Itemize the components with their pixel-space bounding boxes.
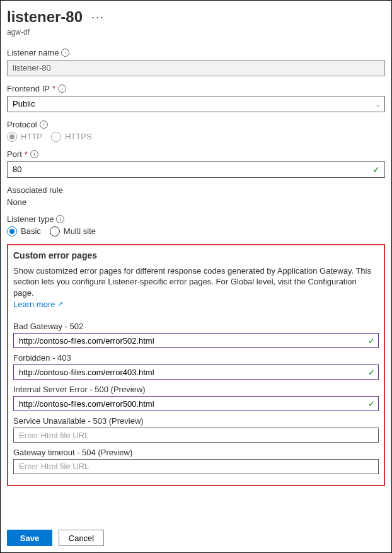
protocol-radio-http: HTTP [7,132,42,142]
protocol-label: Protocol [7,120,37,129]
info-icon[interactable]: i [30,150,38,158]
associated-rule-label: Associated rule [7,185,63,195]
info-icon[interactable]: i [61,49,69,57]
protocol-radio-https: HTTPS [51,132,92,142]
error-504-label: Gateway timeout - 504 (Preview) [13,448,379,457]
page-title: listener-80 [7,8,83,26]
error-502-label: Bad Gateway - 502 [13,322,379,331]
page-subtitle: agw-df [7,28,385,37]
error-403-input[interactable] [13,364,379,380]
learn-more-link[interactable]: Learn more ↗ [13,300,63,309]
info-icon[interactable]: i [58,84,66,93]
page-root: listener-80 ··· agw-df Listener name i F… [0,0,392,553]
error-503-label: Service Unavailable - 503 (Preview) [13,416,379,426]
listener-type-label: Listener type [7,214,54,224]
info-icon[interactable]: i [40,120,48,129]
port-input[interactable] [7,161,385,178]
custom-error-pages-section: Custom error pages Show customized error… [7,244,385,486]
cancel-button[interactable]: Cancel [59,530,104,546]
listener-type-radio-multi[interactable]: Multi site [50,226,96,236]
error-502-input[interactable] [13,333,379,348]
error-500-input[interactable] [13,396,379,411]
error-500-label: Internal Server Error - 500 (Preview) [13,385,379,394]
error-403-label: Forbidden - 403 [13,353,379,363]
custom-error-title: Custom error pages [13,250,379,260]
associated-rule-value: None [7,197,385,207]
required-asterisk: * [52,84,55,93]
listener-name-label: Listener name [7,48,59,57]
save-button[interactable]: Save [7,530,52,546]
required-asterisk: * [25,149,28,159]
error-503-input[interactable] [13,428,379,443]
error-504-input[interactable]: Enter Html file URL [13,459,379,474]
info-icon[interactable]: i [56,215,64,223]
port-label: Port [7,149,22,159]
more-icon[interactable]: ··· [89,11,107,24]
frontend-ip-label: Frontend IP [7,84,50,93]
custom-error-description: Show customized error pages for differen… [13,265,379,299]
external-link-icon: ↗ [57,300,63,308]
listener-name-input [7,60,385,76]
frontend-ip-select[interactable] [7,96,385,112]
listener-type-radio-basic[interactable]: Basic [7,226,41,236]
